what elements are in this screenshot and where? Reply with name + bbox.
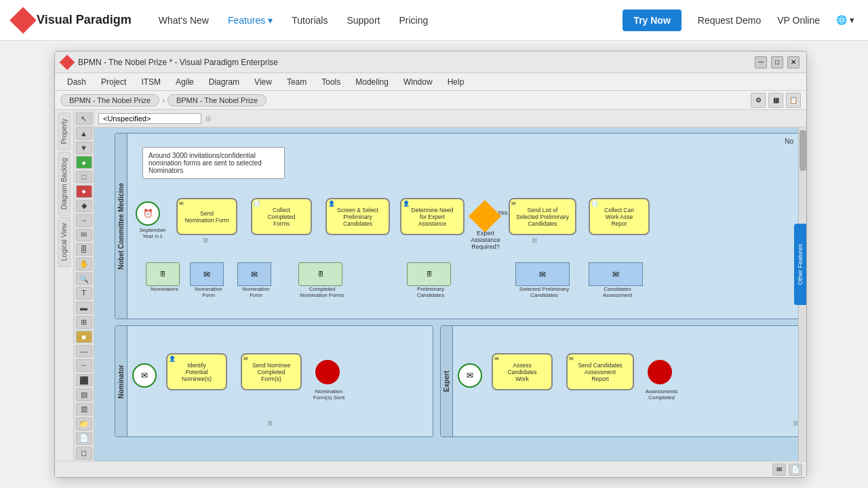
close-button[interactable]: ✕ bbox=[787, 56, 800, 68]
scrollbar-thumb-v[interactable] bbox=[800, 130, 806, 171]
window-controls: ─ □ ✕ bbox=[755, 56, 800, 68]
node-send-nominee[interactable]: ✉ Send Nominee Completed Form(s) bbox=[241, 353, 302, 390]
breadcrumb-icon-2[interactable]: ▦ bbox=[768, 93, 783, 108]
menu-view[interactable]: View bbox=[248, 76, 279, 88]
nav-right: Try Now Request Demo VP Online 🌐 ▾ bbox=[623, 9, 854, 31]
maximize-button[interactable]: □ bbox=[771, 56, 783, 68]
annotation-box: Around 3000 invitations/confidential nom… bbox=[142, 147, 285, 179]
tools-panel: ↖ ▲ ▼ ● □ ● ◆ → ✉ 🗄 ✋ 🔍 T ▬ ⊞ ■ — ╌ ⬛ ▤ … bbox=[74, 110, 94, 476]
nav-support[interactable]: Support bbox=[347, 15, 380, 26]
tool-extra6[interactable]: ▥ bbox=[76, 403, 92, 415]
tool-extra3[interactable]: ╌ bbox=[76, 359, 92, 371]
tool-end-event[interactable]: ● bbox=[76, 185, 92, 197]
unspecified-bar: ◎ bbox=[94, 110, 806, 127]
pool-bottom-right: Expert ✉ ✉ Assess Candidates Work ✉ Send bbox=[440, 325, 800, 437]
email-icon-bottom[interactable]: ✉ bbox=[772, 464, 786, 476]
tool-zoom[interactable]: 🔍 bbox=[76, 272, 92, 285]
nav-vp-online[interactable]: VP Online bbox=[777, 15, 820, 26]
app-icon bbox=[60, 54, 75, 70]
other-features-tab[interactable]: Other Features bbox=[794, 224, 806, 305]
breadcrumb-item-2[interactable]: BPMN - The Nobel Prize bbox=[167, 94, 267, 106]
globe-icon: 🌐 bbox=[836, 15, 847, 25]
unspecified-input[interactable] bbox=[98, 113, 201, 124]
tool-task[interactable]: □ bbox=[76, 171, 92, 183]
minimize-button[interactable]: ─ bbox=[755, 56, 767, 68]
node-assess[interactable]: ✉ Assess Candidates Work bbox=[492, 353, 553, 390]
expert-start-event[interactable]: ✉ bbox=[458, 363, 482, 388]
nominator-end-event[interactable] bbox=[315, 360, 340, 384]
menu-window[interactable]: Window bbox=[397, 76, 439, 88]
yes-label: Yes bbox=[498, 209, 508, 216]
db-preliminary: 🗄 Preliminary Candidates bbox=[407, 262, 454, 293]
assessments-label: Assessments Completed bbox=[636, 388, 687, 401]
tool-db[interactable]: 🗄 bbox=[76, 243, 92, 256]
db-nominators: 🗄 Nominators bbox=[146, 262, 183, 293]
node-send-nomination[interactable]: ✉ Send Nomination Form bbox=[176, 198, 237, 235]
gateway-expert[interactable] bbox=[469, 200, 501, 232]
tool-extra7[interactable]: 📁 bbox=[76, 418, 92, 430]
tool-extra5[interactable]: ▤ bbox=[76, 388, 92, 401]
menu-bar: Dash Project ITSM Agile Diagram View Tea… bbox=[55, 73, 806, 91]
nav-pricing[interactable]: Pricing bbox=[399, 15, 428, 26]
tool-extra4[interactable]: ⬛ bbox=[76, 374, 92, 386]
menu-team[interactable]: Team bbox=[280, 76, 313, 88]
menu-agile[interactable]: Agile bbox=[169, 76, 201, 88]
diagram-scroll[interactable]: Nobel Committee Medicine No Around 3000 … bbox=[94, 127, 806, 476]
gateway-label: Expert Assistance Required? bbox=[469, 230, 502, 250]
unspecified-icon: ◎ bbox=[205, 115, 212, 122]
node-collect-can[interactable]: 📄 Collect Can Work Asse Repor bbox=[589, 198, 650, 235]
tool-extra1[interactable]: ■ bbox=[76, 331, 92, 343]
menu-itsm[interactable]: ITSM bbox=[134, 76, 167, 88]
sidebar-tab-property[interactable]: Property bbox=[58, 113, 71, 150]
nav-tutorials[interactable]: Tutorials bbox=[292, 15, 328, 26]
expert-end-event[interactable] bbox=[648, 360, 672, 384]
tool-arrow-up[interactable]: ▲ bbox=[76, 127, 92, 139]
tool-text[interactable]: T bbox=[76, 287, 92, 299]
bottom-bar: ✉ 📄 bbox=[55, 461, 806, 477]
tool-sequence[interactable]: → bbox=[76, 214, 92, 226]
tool-pan[interactable]: ✋ bbox=[76, 258, 92, 270]
db-nomination-form-1: ✉ Nomination Form bbox=[190, 262, 227, 293]
sidebar-tab-diagram-backlog[interactable]: Diagram Backlog bbox=[58, 152, 71, 216]
tool-lane[interactable]: ▬ bbox=[76, 302, 92, 314]
breadcrumb-icon-3[interactable]: 📋 bbox=[786, 93, 801, 108]
diagram-area[interactable]: ◎ bbox=[94, 110, 806, 476]
menu-project[interactable]: Project bbox=[94, 76, 133, 88]
menu-tools[interactable]: Tools bbox=[315, 76, 347, 88]
node-identify[interactable]: 👤 Identify Potential Nominee(s) bbox=[166, 353, 227, 390]
pool-bottom-left: Nominator ✉ 👤 Identify Potential Nominee… bbox=[115, 325, 433, 437]
node-determine[interactable]: 👤 Determine Need for Expert Assistance bbox=[400, 198, 465, 235]
pool-label-expert: Expert bbox=[441, 326, 453, 436]
nav-whats-new[interactable]: What's New bbox=[159, 15, 209, 26]
document-icon-bottom[interactable]: 📄 bbox=[789, 464, 802, 476]
node-collect-forms[interactable]: 📄 Collect Completed Forms bbox=[251, 198, 312, 235]
window-titlebar: BPMN - The Nobel Prize * - Visual Paradi… bbox=[55, 52, 806, 73]
tool-start-event[interactable]: ● bbox=[76, 156, 92, 168]
tool-swim[interactable]: ⊞ bbox=[76, 316, 92, 328]
breadcrumb-icon-1[interactable]: ⚙ bbox=[751, 93, 766, 108]
node-send-list[interactable]: ✉ Send List of Selected Preliminary Cand… bbox=[509, 198, 576, 235]
menu-diagram[interactable]: Diagram bbox=[202, 76, 246, 88]
tool-extra9[interactable]: ◻ bbox=[76, 447, 92, 459]
start-event[interactable]: ⏰ September Year n-1 bbox=[136, 201, 170, 235]
logo-text: Visual Paradigm bbox=[37, 13, 132, 27]
tool-arrow-down[interactable]: ▼ bbox=[76, 142, 92, 154]
sidebar-tab-logical-view[interactable]: Logical View bbox=[58, 217, 71, 267]
logo[interactable]: Visual Paradigm bbox=[14, 11, 132, 30]
menu-modeling[interactable]: Modeling bbox=[349, 76, 395, 88]
nominator-start-event[interactable]: ✉ bbox=[132, 363, 157, 388]
nav-features[interactable]: Features ▾ bbox=[228, 15, 273, 26]
tool-select[interactable]: ↖ bbox=[76, 113, 92, 125]
menu-help[interactable]: Help bbox=[441, 76, 471, 88]
tool-extra8[interactable]: 📄 bbox=[76, 432, 92, 445]
tool-gateway[interactable]: ◆ bbox=[76, 200, 92, 212]
tool-msg[interactable]: ✉ bbox=[76, 229, 92, 241]
node-send-assessment[interactable]: ✉ Send Candidates Assessment Report bbox=[566, 353, 634, 390]
language-selector[interactable]: 🌐 ▾ bbox=[836, 15, 854, 25]
nav-request-demo[interactable]: Request Demo bbox=[698, 15, 761, 26]
tool-extra2[interactable]: — bbox=[76, 345, 92, 357]
breadcrumb-item-1[interactable]: BPMN - The Nobel Prize bbox=[60, 94, 159, 106]
menu-dash[interactable]: Dash bbox=[60, 76, 93, 88]
node-screen-select[interactable]: 👤 Screen & Select Preliminary Candidates bbox=[326, 198, 390, 235]
try-now-button[interactable]: Try Now bbox=[623, 9, 681, 31]
